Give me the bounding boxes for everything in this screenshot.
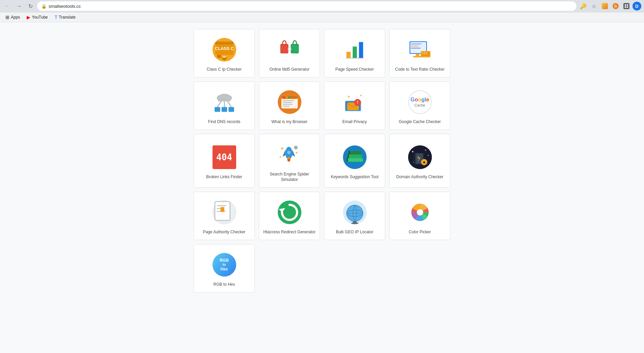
- bookmark-apps-label: Apps: [11, 15, 20, 20]
- svg-rect-68: [346, 158, 363, 162]
- svg-text:★: ★: [425, 149, 426, 151]
- svg-rect-28: [424, 53, 425, 54]
- svg-point-97: [417, 209, 423, 216]
- svg-rect-89: [220, 207, 224, 212]
- tool-icon-email-privacy: ! ✦ ✦: [341, 89, 368, 116]
- svg-rect-12: [352, 47, 356, 58]
- svg-rect-81: [414, 153, 415, 164]
- tool-icon-code-text-ratio: [406, 36, 434, 63]
- back-button[interactable]: ←: [3, 1, 12, 11]
- tool-card-rgb-hex[interactable]: RGB to Hex RGB to Hex: [194, 244, 255, 292]
- svg-rect-3: [627, 6, 628, 8]
- tool-name-htaccess: Htaccess Redirect Generator: [263, 229, 316, 235]
- svg-point-45: [289, 96, 290, 98]
- svg-text:★: ★: [295, 151, 298, 155]
- key-icon[interactable]: 🔑: [578, 1, 588, 11]
- tool-name-find-dns: Find DNS records: [208, 119, 240, 125]
- tool-card-class-c-ip[interactable]: CLASS C Class C Ip Checker: [194, 29, 255, 77]
- svg-rect-20: [416, 54, 419, 56]
- star-icon[interactable]: ☆: [589, 1, 599, 11]
- svg-line-34: [217, 101, 221, 107]
- tool-card-spider-simulator[interactable]: ★ ★ ★ Search Engine Spider Simulator: [259, 134, 320, 188]
- bookmark-translate-label: Translate: [59, 15, 76, 20]
- tool-icon-broken-links: 404: [211, 144, 238, 171]
- ext-icon-3[interactable]: [622, 1, 631, 11]
- tool-icon-domain-authority: ★ ★ ★ ★ ★: [406, 144, 434, 171]
- address-bar[interactable]: 🔒 smallseotools.cc: [37, 1, 576, 11]
- svg-rect-7: [217, 55, 221, 57]
- tool-card-find-dns[interactable]: Find DNS records: [194, 81, 255, 130]
- svg-rect-38: [221, 107, 227, 112]
- tool-card-broken-links[interactable]: 404 Broken Links Finder: [194, 134, 255, 188]
- svg-rect-24: [422, 52, 423, 53]
- tool-icon-page-authority: [211, 199, 238, 226]
- tool-card-bulk-geo[interactable]: Bulk GEO IP Locator: [324, 192, 385, 240]
- tool-icon-bulk-geo: [341, 199, 368, 226]
- youtube-icon: ▶: [27, 15, 30, 20]
- svg-rect-27: [422, 53, 423, 54]
- tool-icon-htaccess: [276, 199, 303, 226]
- svg-point-67: [295, 146, 297, 148]
- tool-card-what-is-browser[interactable]: What is my Browser: [259, 81, 320, 130]
- bookmark-apps[interactable]: ⊞ Apps: [3, 14, 23, 21]
- apps-icon: ⊞: [5, 15, 9, 20]
- tool-card-htaccess[interactable]: Htaccess Redirect Generator: [259, 192, 320, 240]
- toolbar-right: 🔑 ☆ G D: [578, 1, 641, 11]
- tool-card-code-text-ratio[interactable]: Code to Text Ratio Checker: [389, 29, 450, 77]
- svg-text:✦: ✦: [360, 93, 362, 97]
- svg-rect-33: [218, 98, 230, 101]
- svg-rect-70: [348, 151, 361, 155]
- svg-point-44: [286, 96, 288, 98]
- tool-icon-color-picker: [406, 199, 434, 226]
- tool-name-keywords-suggestion: Keywords Suggestion Tool: [331, 174, 378, 180]
- reload-button[interactable]: ↻: [26, 1, 35, 11]
- svg-rect-69: [347, 155, 362, 158]
- ext-icon-2[interactable]: G: [611, 1, 620, 11]
- tool-card-google-cache[interactable]: Google Cache Google Cache Checker: [389, 81, 450, 130]
- svg-rect-72: [347, 155, 349, 158]
- tool-card-page-speed[interactable]: Page Speed Checker: [324, 29, 385, 77]
- tool-name-domain-authority: Domain Authority Checker: [396, 174, 443, 180]
- tool-icon-rgb-hex: RGB to Hex: [211, 251, 238, 278]
- profile-button[interactable]: D: [633, 2, 641, 10]
- tool-card-domain-authority[interactable]: ★ ★ ★ ★ ★ Domain Authority Checker: [389, 134, 450, 188]
- svg-point-60: [287, 150, 290, 154]
- tool-name-spider-simulator: Search Engine Spider Simulator: [263, 171, 316, 183]
- translate-icon: T: [55, 15, 58, 20]
- svg-rect-17: [411, 43, 421, 44]
- tool-name-page-speed: Page Speed Checker: [335, 67, 374, 72]
- tool-name-page-authority: Page Authority Checker: [203, 229, 245, 235]
- svg-rect-8: [223, 56, 225, 58]
- svg-rect-19: [411, 48, 421, 49]
- svg-point-62: [288, 159, 290, 161]
- svg-rect-26: [426, 52, 427, 53]
- tool-name-rgb-hex: RGB to Hex: [213, 282, 235, 287]
- tool-card-color-picker[interactable]: Color Picker: [389, 192, 450, 240]
- svg-marker-59: [292, 149, 295, 157]
- bookmark-translate[interactable]: T Translate: [52, 14, 78, 21]
- svg-rect-9: [280, 44, 288, 53]
- svg-rect-47: [282, 102, 292, 103]
- svg-text:★: ★: [279, 156, 281, 159]
- tool-icon-what-is-browser: [276, 89, 303, 116]
- tool-icon-class-c-ip: CLASS C: [211, 36, 238, 63]
- tool-card-online-md5[interactable]: Online Md5 Generator: [259, 29, 320, 77]
- forward-button[interactable]: →: [14, 1, 24, 11]
- ext-icon-1[interactable]: [600, 1, 610, 11]
- svg-rect-1: [627, 4, 628, 6]
- bookmark-youtube[interactable]: ▶ YouTube: [24, 14, 50, 21]
- bookmark-youtube-label: YouTube: [32, 15, 48, 20]
- tools-grid-wrap: CLASS C Class C Ip Checker: [187, 29, 457, 346]
- svg-rect-25: [424, 52, 425, 53]
- tool-icon-find-dns: [211, 89, 238, 116]
- svg-text:CLASS C: CLASS C: [215, 46, 233, 51]
- tool-name-broken-links: Broken Links Finder: [206, 174, 242, 180]
- svg-text:★: ★: [412, 150, 414, 153]
- tool-card-email-privacy[interactable]: ! ✦ ✦ Email Privacy: [324, 81, 385, 130]
- tool-card-page-authority[interactable]: Page Authority Checker: [194, 192, 255, 240]
- tool-name-google-cache: Google Cache Checker: [399, 119, 441, 125]
- tool-card-keywords-suggestion[interactable]: Keywords Suggestion Tool: [324, 134, 385, 188]
- svg-point-96: [351, 222, 358, 224]
- tool-icon-spider-simulator: ★ ★ ★: [276, 141, 303, 168]
- svg-rect-13: [359, 42, 363, 58]
